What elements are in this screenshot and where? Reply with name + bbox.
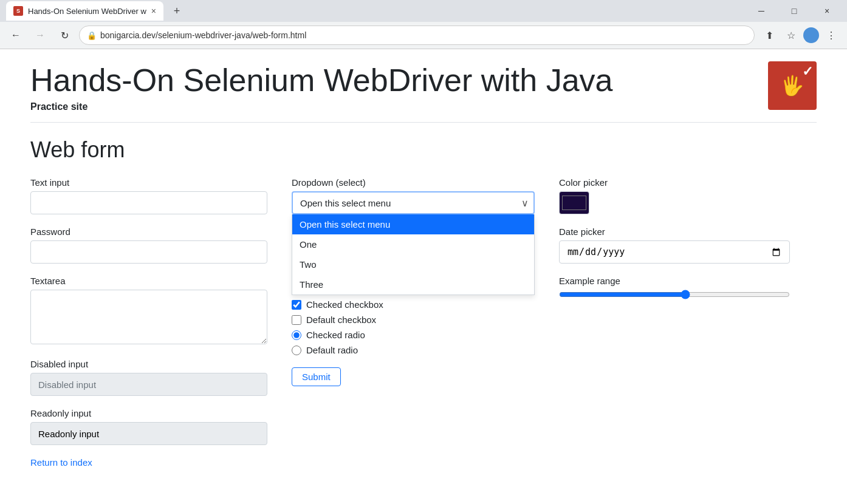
header-area: Hands-On Selenium WebDriver with Java Pr…: [30, 61, 817, 112]
default-radio[interactable]: [292, 346, 301, 355]
textarea-group: Textarea: [30, 276, 267, 347]
toolbar-icons: ⬆ ☆ ⋮: [760, 26, 841, 45]
disabled-input-group: Disabled input: [30, 359, 267, 396]
color-picker-label: Color picker: [559, 177, 790, 188]
forward-button[interactable]: →: [30, 26, 50, 45]
date-picker-label: Date picker: [559, 226, 790, 237]
return-area: Return to index: [30, 457, 267, 468]
password-input[interactable]: [30, 240, 267, 264]
textarea-label: Textarea: [30, 276, 267, 286]
web-form-title: Web form: [30, 137, 817, 163]
disabled-input: [30, 373, 267, 396]
profile-avatar[interactable]: [803, 27, 819, 43]
url-display: bonigarcia.dev/selenium-webdriver-java/w…: [100, 30, 747, 40]
bookmark-button[interactable]: ☆: [781, 26, 801, 45]
checked-radio[interactable]: [292, 330, 301, 340]
dropdown-option-0[interactable]: Open this select menu: [292, 214, 534, 234]
address-input-wrap[interactable]: 🔒 bonigarcia.dev/selenium-webdriver-java…: [79, 26, 755, 45]
tab-favicon: S: [13, 6, 23, 16]
default-checkbox-label[interactable]: Default checkbox: [292, 315, 535, 325]
maximize-button[interactable]: □: [780, 2, 808, 20]
form-col-3: Color picker Date picker Example range: [559, 177, 814, 314]
share-button[interactable]: ⬆: [760, 26, 779, 45]
select-display[interactable]: Open this select menu: [292, 191, 535, 214]
password-label: Password: [30, 226, 267, 237]
color-picker-input[interactable]: [559, 191, 589, 214]
readonly-input: [30, 422, 267, 445]
textarea-input[interactable]: [30, 290, 267, 344]
header-text: Hands-On Selenium WebDriver with Java Pr…: [30, 61, 613, 112]
site-title: Hands-On Selenium WebDriver with Java: [30, 61, 613, 99]
title-bar: S Hands-On Selenium WebDriver w × + ─ □ …: [0, 0, 847, 22]
checked-checkbox[interactable]: [292, 300, 301, 310]
new-tab-button[interactable]: +: [168, 2, 185, 19]
default-checkbox[interactable]: [292, 315, 301, 325]
checked-radio-label[interactable]: Checked radio: [292, 330, 535, 340]
dropdown-option-2[interactable]: Two: [292, 254, 534, 274]
tab-title: Hands-On Selenium WebDriver w: [28, 7, 146, 16]
minimize-button[interactable]: ─: [747, 2, 775, 20]
range-label: Example range: [559, 276, 790, 286]
window-controls: ─ □ ×: [747, 2, 841, 20]
checkbox-group: Checked checkbox Default checkbox Checke…: [292, 299, 535, 355]
page-content: Hands-On Selenium WebDriver with Java Pr…: [0, 49, 847, 492]
browser-tab[interactable]: S Hands-On Selenium WebDriver w ×: [6, 1, 163, 21]
reload-button[interactable]: ↻: [55, 26, 74, 45]
dropdown-group: Dropdown (select) Open this select menu …: [292, 177, 535, 214]
date-picker-group: Date picker: [559, 226, 790, 264]
dropdown-label: Dropdown (select): [292, 177, 535, 188]
tab-close-btn[interactable]: ×: [151, 6, 156, 16]
date-picker-input[interactable]: [559, 240, 790, 264]
dropdown-menu: Open this select menu One Two Three: [292, 214, 535, 295]
dropdown-option-3[interactable]: Three: [292, 274, 534, 295]
range-group: Example range: [559, 276, 790, 302]
readonly-input-label: Readonly input: [30, 408, 267, 418]
lock-icon: 🔒: [87, 31, 97, 40]
form-grid: Text input Password Textarea Disabled in…: [30, 177, 817, 468]
dropdown-option-1[interactable]: One: [292, 234, 534, 254]
more-options-button[interactable]: ⋮: [821, 26, 841, 45]
practice-site-label: Practice site: [30, 101, 613, 112]
text-input[interactable]: [30, 191, 267, 214]
address-bar: ← → ↻ 🔒 bonigarcia.dev/selenium-webdrive…: [0, 22, 847, 49]
close-button[interactable]: ×: [813, 2, 841, 20]
form-col-1: Text input Password Textarea Disabled in…: [30, 177, 292, 468]
return-to-index-link[interactable]: Return to index: [30, 457, 92, 468]
text-input-label: Text input: [30, 177, 267, 188]
logo-hand-icon: 🖐: [780, 74, 804, 97]
color-picker-group: Color picker: [559, 177, 790, 214]
checked-checkbox-label[interactable]: Checked checkbox: [292, 299, 535, 310]
select-wrapper: Open this select menu ∨ Open this select…: [292, 191, 535, 214]
range-input[interactable]: [559, 290, 790, 299]
readonly-input-group: Readonly input: [30, 408, 267, 445]
logo-check-icon: ✓: [802, 64, 813, 80]
site-logo: ✓ 🖐: [768, 61, 817, 110]
header-divider: [30, 122, 817, 123]
disabled-input-label: Disabled input: [30, 359, 267, 369]
text-input-group: Text input: [30, 177, 267, 214]
password-group: Password: [30, 226, 267, 264]
back-button[interactable]: ←: [6, 26, 26, 45]
default-radio-label[interactable]: Default radio: [292, 345, 535, 355]
spacer: Checked checkbox Default checkbox Checke…: [292, 299, 535, 386]
selected-option-text: Open this select menu: [300, 198, 391, 208]
submit-button[interactable]: Submit: [292, 367, 341, 386]
form-col-2: Dropdown (select) Open this select menu …: [292, 177, 559, 386]
browser-chrome: S Hands-On Selenium WebDriver w × + ─ □ …: [0, 0, 847, 49]
